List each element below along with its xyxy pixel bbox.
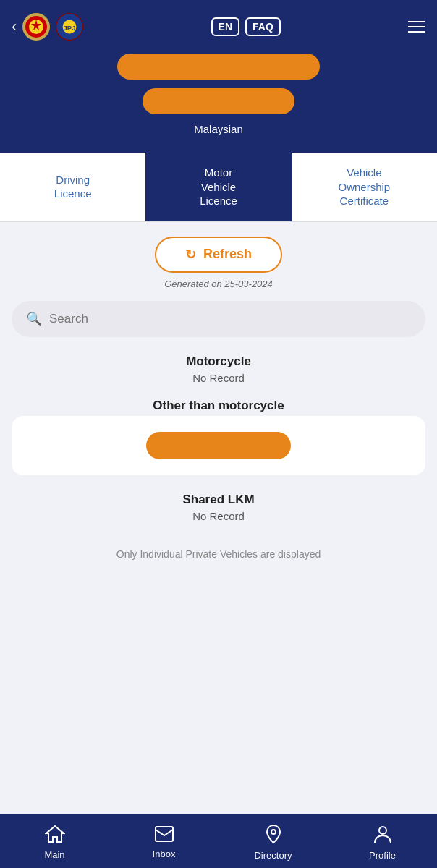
search-icon: 🔍 [26,311,42,327]
directory-icon [264,824,283,847]
refresh-button[interactable]: ↻ Refresh [155,237,282,273]
svg-text:JPJ: JPJ [64,24,76,32]
refresh-label: Refresh [203,247,252,262]
nav-profile-label: Profile [369,850,396,861]
other-motorcycle-title: Other than motorcycle [153,399,284,413]
user-nationality: Malaysian [194,123,243,135]
lang-badge[interactable]: EN [211,17,239,36]
logo-jpj: JPJ [56,13,83,41]
refresh-icon: ↻ [185,247,196,263]
search-bar-container: 🔍 [12,301,425,337]
faq-badge[interactable]: FAQ [245,17,281,36]
note-text: Only Individual Private Vehicles are dis… [109,548,328,560]
shared-lkm-title: Shared LKM [12,493,425,507]
nav-directory[interactable]: Directory [218,824,328,861]
user-name-redacted [117,54,320,80]
profile-icon [373,824,392,847]
tab-motor-vehicle-licence[interactable]: MotorVehicleLicence [145,153,291,221]
inbox-icon [154,825,174,846]
tab-vehicle-ownership-certificate[interactable]: VehicleOwnershipCertificate [292,153,437,221]
motorcycle-title: Motorcycle [186,354,251,369]
content-area: ↻ Refresh Generated on 25-03-2024 🔍 Moto… [0,222,437,814]
svg-rect-6 [156,827,173,841]
header-left: ‹ JPJ [12,13,83,41]
nav-directory-label: Directory [254,850,292,861]
vehicle-card [12,416,425,475]
generated-date: Generated on 25-03-2024 [164,278,273,289]
search-input[interactable] [49,312,411,326]
logo-malaysia [22,13,50,41]
svg-point-7 [271,830,276,834]
shared-lkm-section: Shared LKM No Record [12,493,425,537]
vehicle-plate-redacted [146,432,291,459]
nav-inbox-label: Inbox [153,848,176,859]
shared-lkm-subtitle: No Record [12,510,425,522]
header-top: ‹ JPJ EN FAQ [12,13,425,41]
nav-main[interactable]: Main [0,825,109,860]
nav-main-label: Main [44,849,64,860]
motorcycle-subtitle: No Record [192,372,245,384]
header: ‹ JPJ EN FAQ [0,0,437,153]
user-id-redacted [143,88,294,114]
header-badges: EN FAQ [211,17,281,36]
tab-driving-licence[interactable]: DrivingLicence [0,153,145,221]
tabs-container: DrivingLicence MotorVehicleLicence Vehic… [0,153,437,222]
svg-point-8 [379,827,386,834]
bottom-nav: Main Inbox Directory Profile [0,814,437,868]
menu-button[interactable] [408,21,425,33]
back-button[interactable]: ‹ [12,17,17,36]
home-icon [45,825,65,846]
nav-inbox[interactable]: Inbox [109,825,218,859]
nav-profile[interactable]: Profile [328,824,437,861]
